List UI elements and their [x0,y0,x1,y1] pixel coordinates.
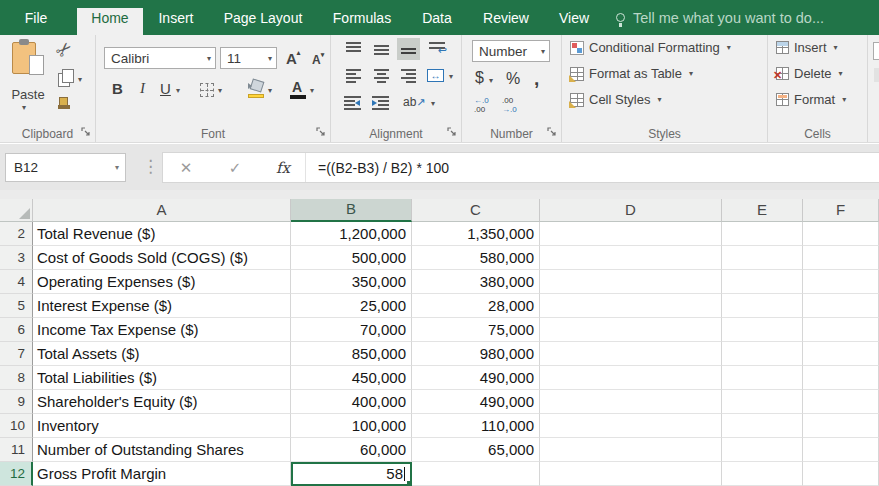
cell-F8[interactable] [803,366,879,390]
cell-E2[interactable] [722,222,803,246]
tab-page-layout[interactable]: Page Layout [208,0,318,35]
fill-color-icon[interactable] [248,80,266,92]
cell-E12[interactable] [722,462,803,486]
cell-A7[interactable]: Total Assets ($) [33,342,291,366]
orientation-dropdown-icon[interactable]: ▾ [431,99,435,108]
tab-file[interactable]: File [0,0,72,35]
cell-C11[interactable]: 65,000 [412,438,540,462]
row-header-9[interactable]: 9 [0,390,33,414]
cell-F10[interactable] [803,414,879,438]
cell-F4[interactable] [803,270,879,294]
tab-view[interactable]: View [544,0,604,35]
row-header-5[interactable]: 5 [0,294,33,318]
cell-D8[interactable] [540,366,722,390]
cell-D2[interactable] [540,222,722,246]
cell-A2[interactable]: Total Revenue ($) [33,222,291,246]
format-painter-icon[interactable] [58,97,72,111]
row-header-10[interactable]: 10 [0,414,33,438]
cell-E4[interactable] [722,270,803,294]
cell-B12[interactable]: 58 [291,462,412,486]
align-bottom-icon[interactable] [401,42,416,56]
increase-decimal-icon[interactable]: ←.0.00 [474,96,496,114]
tab-formulas[interactable]: Formulas [324,0,400,35]
cell-C9[interactable]: 490,000 [412,390,540,414]
cell-F11[interactable] [803,438,879,462]
cell-E10[interactable] [722,414,803,438]
cell-D12[interactable] [540,462,722,486]
cut-icon[interactable]: ✂ [50,36,78,64]
cell-D7[interactable] [540,342,722,366]
cell-B4[interactable]: 350,000 [291,270,412,294]
borders-icon[interactable] [200,83,214,97]
cell-E8[interactable] [722,366,803,390]
underline-button[interactable]: U [160,80,171,97]
cell-C12[interactable] [412,462,540,486]
comma-format-button[interactable]: , [534,68,539,90]
column-header-C[interactable]: C [412,199,540,222]
borders-dropdown-icon[interactable]: ▾ [218,86,222,95]
tab-insert[interactable]: Insert [150,0,202,35]
cell-C2[interactable]: 1,350,000 [412,222,540,246]
cell-D11[interactable] [540,438,722,462]
column-header-A[interactable]: A [33,199,291,222]
cell-F6[interactable] [803,318,879,342]
align-right-icon[interactable] [401,69,416,83]
row-header-2[interactable]: 2 [0,222,33,246]
percent-format-button[interactable]: % [506,70,520,88]
cell-A5[interactable]: Interest Expense ($) [33,294,291,318]
column-header-D[interactable]: D [540,199,722,222]
format-as-table-button[interactable]: Format as Table ▾ [570,66,693,81]
cell-styles-button[interactable]: Cell Styles ▾ [570,92,661,107]
increase-indent-icon[interactable] [372,96,389,110]
cell-B3[interactable]: 500,000 [291,246,412,270]
insert-function-icon[interactable]: fx [261,159,305,177]
cell-B6[interactable]: 70,000 [291,318,412,342]
row-header-4[interactable]: 4 [0,270,33,294]
grow-font-icon[interactable]: A [286,49,300,67]
delete-cells-button[interactable]: ✕ Delete ▾ [776,66,843,81]
cell-A12[interactable]: Gross Profit Margin [33,462,291,486]
cell-C7[interactable]: 980,000 [412,342,540,366]
cell-A6[interactable]: Income Tax Expense ($) [33,318,291,342]
cell-B7[interactable]: 850,000 [291,342,412,366]
cell-B5[interactable]: 25,000 [291,294,412,318]
number-format-combo[interactable]: Number ▾ [472,40,550,62]
cell-A8[interactable]: Total Liabilities ($) [33,366,291,390]
cell-E3[interactable] [722,246,803,270]
formula-bar-grip[interactable]: ⋮ [142,156,152,178]
shrink-font-icon[interactable]: A [312,51,324,67]
cell-C6[interactable]: 75,000 [412,318,540,342]
row-header-3[interactable]: 3 [0,246,33,270]
font-size-combo[interactable]: 11 ▾ [220,47,277,69]
font-color-dropdown-icon[interactable]: ▾ [310,86,314,95]
decrease-indent-icon[interactable] [344,96,361,110]
tab-data[interactable]: Data [406,0,468,35]
formula-input[interactable]: =((B2-B3) / B2) * 100 [306,160,449,176]
cell-E9[interactable] [722,390,803,414]
font-color-button[interactable]: A [292,79,302,95]
tab-home[interactable]: Home [77,0,143,35]
cell-F12[interactable] [803,462,879,486]
cell-F9[interactable] [803,390,879,414]
bold-button[interactable]: B [112,80,123,97]
decrease-decimal-icon[interactable]: .00→.0 [502,96,524,114]
row-header-6[interactable]: 6 [0,318,33,342]
tab-review[interactable]: Review [474,0,538,35]
align-center-icon[interactable] [374,69,389,83]
column-header-E[interactable]: E [722,199,803,222]
fill-color-dropdown-icon[interactable]: ▾ [268,86,272,95]
format-cells-button[interactable]: Format ▾ [776,92,846,107]
orientation-icon[interactable]: ab↗ [403,95,426,109]
font-dialog-launcher-icon[interactable] [316,127,326,137]
cell-F3[interactable] [803,246,879,270]
cell-C8[interactable]: 490,000 [412,366,540,390]
name-box[interactable]: B12 ▾ [5,153,126,182]
wrap-text-icon[interactable] [429,42,445,56]
align-top-icon[interactable] [346,42,361,56]
number-dialog-launcher-icon[interactable] [547,127,557,137]
cell-E6[interactable] [722,318,803,342]
font-name-combo[interactable]: Calibri ▾ [104,47,216,69]
row-header-7[interactable]: 7 [0,342,33,366]
cell-B9[interactable]: 400,000 [291,390,412,414]
currency-format-button[interactable]: $ [475,69,484,87]
